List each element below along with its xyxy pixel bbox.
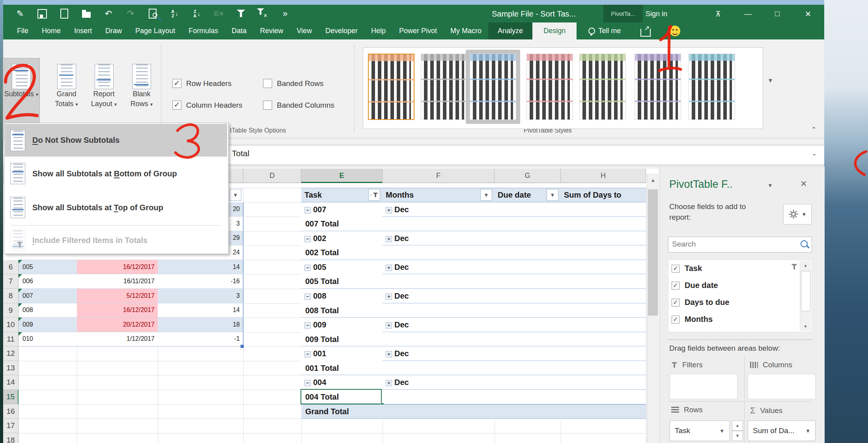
collapse-ribbon-icon[interactable]: ⌃: [811, 125, 817, 134]
pivot-task-cell[interactable]: −007: [304, 202, 382, 217]
field-order-spinner[interactable]: ▲▼: [732, 421, 743, 441]
filters-drop-area[interactable]: [670, 374, 737, 399]
collapse-icon[interactable]: −: [304, 207, 311, 213]
row-header-13[interactable]: 13: [3, 361, 19, 376]
task-sort-filter-button[interactable]: ↑: [368, 189, 380, 201]
checkbox-banded-rows[interactable]: Banded Rows: [263, 79, 323, 88]
style-swatch-orange[interactable]: [368, 54, 414, 120]
column-header-hidden[interactable]: [228, 169, 243, 183]
pane-close-icon[interactable]: ✕: [800, 179, 807, 189]
expand-icon[interactable]: +: [386, 322, 392, 329]
selected-cell-outline[interactable]: [301, 389, 382, 404]
due-date-dropdown-button[interactable]: ▼: [547, 189, 558, 201]
days-cell[interactable]: 18: [158, 318, 243, 332]
checkbox-banded-columns[interactable]: Banded Columns: [263, 101, 334, 110]
tab-power-pivot[interactable]: Power Pivot: [392, 22, 444, 39]
style-swatch-red[interactable]: [526, 54, 573, 120]
sheet-vertical-scrollbar[interactable]: ▲: [647, 174, 659, 443]
fields-scrollbar[interactable]: ▲ ▼: [800, 261, 811, 331]
due-date-cell[interactable]: 20/12/2017: [77, 318, 158, 332]
columns-drop-area[interactable]: [748, 374, 816, 399]
style-swatch-cyan[interactable]: [689, 54, 735, 120]
tab-insert[interactable]: Insert: [67, 22, 99, 39]
task-id-cell[interactable]: 009: [22, 318, 33, 332]
task-id-cell[interactable]: 008: [22, 303, 33, 318]
checkbox-column-headers[interactable]: ✓Column Headers: [172, 101, 243, 110]
pivot-subtotal-cell[interactable]: 008 Total: [305, 303, 424, 318]
task-id-cell[interactable]: 006: [22, 274, 33, 288]
filter-icon[interactable]: [236, 9, 246, 19]
days-column-filter-button[interactable]: ▼: [230, 189, 241, 201]
due-date-cell[interactable]: 16/12/2017: [77, 303, 158, 318]
pivot-subtotal-cell[interactable]: 007 Total: [305, 217, 424, 231]
tab-home[interactable]: Home: [35, 22, 67, 39]
tab-formulas[interactable]: Formulas: [182, 22, 225, 39]
scroll-up-icon[interactable]: ▲: [800, 261, 811, 270]
clear-filter-icon[interactable]: ✕: [258, 9, 268, 19]
more-icon[interactable]: »: [280, 9, 290, 19]
task-id-cell[interactable]: 005: [22, 260, 33, 274]
row-header-11[interactable]: 11: [3, 332, 19, 347]
row-header-6[interactable]: 6: [3, 260, 19, 275]
pivot-task-cell[interactable]: −008: [304, 289, 382, 303]
due-date-cell[interactable]: 5/12/2017: [77, 289, 158, 303]
scrollbar-thumb[interactable]: [648, 189, 658, 316]
tab-help[interactable]: Help: [364, 22, 392, 39]
pivot-subtotal-cell[interactable]: 001 Total: [305, 361, 424, 376]
collapse-icon[interactable]: −: [304, 322, 311, 329]
field-item-task[interactable]: ✓Task: [672, 264, 702, 273]
days-cell[interactable]: -1: [158, 332, 243, 346]
row-header-12[interactable]: 12: [3, 346, 19, 361]
column-header-E[interactable]: E: [301, 169, 383, 183]
tab-review[interactable]: Review: [253, 22, 290, 39]
style-swatch-green[interactable]: [579, 54, 626, 120]
row-header-9[interactable]: 9: [3, 303, 19, 318]
pencil-icon[interactable]: ✎: [15, 9, 25, 19]
due-date-cell[interactable]: 16/12/2017: [77, 260, 158, 274]
tab-page-layout[interactable]: Page Layout: [129, 22, 182, 39]
pivot-subtotal-cell[interactable]: 002 Total: [305, 245, 424, 260]
pivot-header-months[interactable]: Months: [386, 189, 492, 201]
minimize-button[interactable]: —: [742, 8, 754, 20]
collapse-icon[interactable]: −: [304, 265, 311, 271]
tab-data[interactable]: Data: [225, 22, 253, 39]
sort-za-icon[interactable]: Z A↓: [192, 9, 202, 19]
pivot-month-cell[interactable]: +Dec: [386, 289, 494, 303]
fill-handle[interactable]: [241, 345, 244, 348]
pivot-task-cell[interactable]: −005: [304, 260, 382, 275]
tell-me-box[interactable]: Tell me: [582, 22, 627, 39]
tab-analyze[interactable]: Analyze: [488, 22, 532, 39]
days-cell[interactable]: 3: [158, 289, 243, 303]
pivot-task-cell[interactable]: −002: [304, 231, 382, 246]
tab-my-macro[interactable]: My Macro: [444, 22, 488, 39]
tab-design[interactable]: Design: [532, 22, 577, 39]
field-item-days-to-due[interactable]: ✓Days to due: [672, 298, 729, 307]
ribbon-display-options-icon[interactable]: ⊼: [712, 8, 724, 20]
pivot-task-cell[interactable]: −009: [304, 318, 382, 332]
save-icon[interactable]: [37, 9, 47, 19]
gallery-more-button[interactable]: ▼: [767, 77, 773, 84]
pivot-header-sum-of-days-to[interactable]: Sum of Days to: [564, 189, 644, 201]
row-header-16[interactable]: 16: [3, 404, 19, 419]
checkbox-icon[interactable]: ✓: [672, 316, 679, 323]
share-button[interactable]: [634, 22, 657, 39]
expand-icon[interactable]: +: [386, 236, 392, 242]
field-item-due-date[interactable]: ✓Due date: [672, 281, 718, 290]
row-header-8[interactable]: 8: [3, 289, 19, 303]
collapse-icon[interactable]: −: [304, 236, 311, 242]
tab-view[interactable]: View: [290, 22, 319, 39]
expand-icon[interactable]: +: [386, 265, 392, 271]
pivot-task-cell[interactable]: −004: [304, 375, 382, 390]
tab-developer[interactable]: Developer: [319, 22, 364, 39]
print-preview-icon[interactable]: [147, 9, 158, 19]
sign-in-button[interactable]: Sign in: [646, 8, 667, 20]
column-header-D[interactable]: D: [243, 169, 301, 183]
checkbox-icon[interactable]: ✓: [672, 299, 679, 307]
tools-gear-button[interactable]: ▼: [783, 204, 812, 224]
days-cell[interactable]: 14: [158, 303, 243, 318]
row-header-18[interactable]: 18: [3, 433, 19, 443]
open-folder-icon[interactable]: [81, 9, 91, 19]
undo-icon[interactable]: ↶: [103, 9, 114, 19]
formula-bar-expand-icon[interactable]: ⌄: [812, 150, 817, 157]
months-dropdown-button[interactable]: ▼: [480, 189, 492, 201]
